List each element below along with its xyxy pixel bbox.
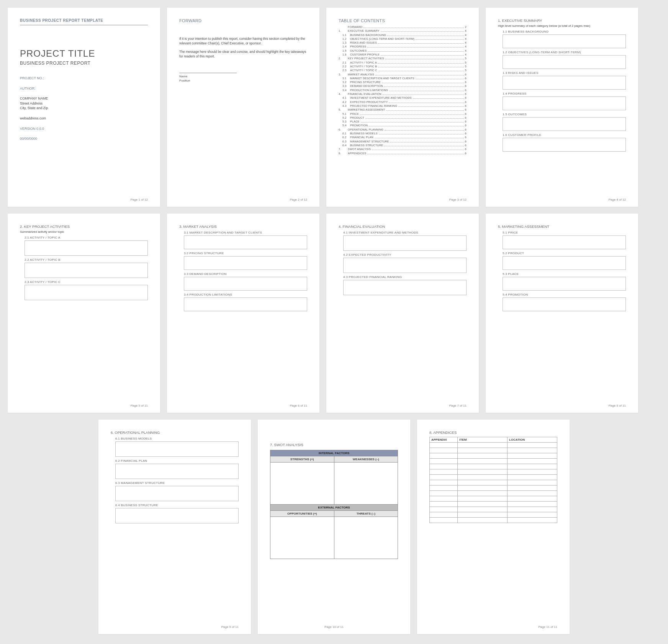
toc-row: 3.MARKET ANALYSIS6: [339, 73, 467, 76]
table-row: [430, 448, 557, 453]
toc-text: PRODUCTION LIMITATIONS: [350, 88, 388, 92]
doc-header: BUSINESS PROJECT REPORT TEMPLATE: [20, 18, 148, 23]
operational-heading: 6. OPERATIONAL PLANNING: [111, 430, 239, 435]
toc-dots: [383, 95, 464, 95]
toc-dots: [389, 103, 463, 103]
swot-weaknesses: WEAKNESSES (–): [334, 456, 398, 463]
swot-opportunities: OPPORTUNITIES (+): [270, 511, 334, 517]
project-no: PROJECT NO.:: [20, 76, 148, 81]
input-box: [343, 235, 467, 251]
toc-num: 6.: [339, 128, 348, 131]
col-appendix: APPENDIX: [430, 437, 458, 443]
toc-text: INVESTMENT EXPENDITURE AND METHODS: [350, 96, 412, 100]
financial-eval-subs: 4.1 INVESTMENT EXPENDITURE AND METHODS4.…: [339, 231, 467, 295]
subsection-title: 3.2 PRICING STRUCTURE: [184, 252, 307, 255]
toc-num: 3.: [339, 73, 348, 76]
toc-text: PROGRESS: [350, 45, 366, 48]
toc-row: 5.MARKETING ASSESSMENT6: [339, 108, 467, 111]
table-header-row: APPENDIX ITEM LOCATION: [430, 437, 557, 443]
toc-text: PRICE: [350, 112, 359, 116]
toc-row: 6.OPERATIONAL PLANNING6: [339, 128, 467, 131]
page-footer: Page 11 of 11: [429, 625, 557, 629]
col-location: LOCATION: [508, 437, 557, 443]
table-row: [430, 502, 557, 507]
input-box: [115, 486, 239, 501]
toc-row: 1.3RISKS AND ISSUES4: [339, 41, 467, 44]
toc-num: 8.: [339, 152, 348, 155]
toc-text: OUTCOMES: [350, 49, 367, 52]
toc-page: 6: [465, 140, 467, 143]
toc-text: APPENDICES: [348, 152, 366, 155]
subsection-title: 6.1 BUSINESS MODELS: [115, 437, 239, 440]
subsection-title: 3.4 PRODUCTION LIMITATIONS: [184, 293, 307, 296]
toc-text: PROMOTION: [350, 124, 368, 127]
subsection-title: 4.2 EXPECTED PRODUCTIVITY: [343, 253, 467, 257]
toc-num: 6.2: [339, 136, 350, 139]
page-8: 5. MARKETING ASSESSMENT 5.1 PRICE5.2 PRO…: [486, 214, 638, 413]
toc-text: MARKETING ASSESSMENT: [348, 108, 385, 111]
toc-dots: [375, 75, 464, 75]
toc-page: 6: [465, 88, 467, 92]
toc-text: RISKS AND ISSUES: [350, 41, 377, 44]
input-box: [503, 138, 626, 152]
toc-row: 4.2EXPECTED PRODUCTIVITY6: [339, 100, 467, 104]
subsection-title: 3.1 MARKET DESCRIPTION AND TARGET CLIENT…: [184, 231, 307, 234]
toc-row: 3.4PRODUCTION LIMITATIONS6: [339, 88, 467, 92]
subsection-title: 6.2 FINANCIAL PLAN: [115, 459, 239, 463]
toc-num: 2.1: [339, 61, 350, 64]
toc-text: PROJECTED FINANCIAL RANKING: [350, 104, 397, 108]
toc-num: 5.4: [339, 124, 350, 127]
toc-num: 5.3: [339, 120, 350, 123]
key-activities-caption: Summarized activity and/or topic: [20, 230, 148, 234]
project-subtitle: BUSINESS PROJECT REPORT: [20, 60, 148, 66]
toc-dots: [369, 126, 464, 126]
toc-page: 6: [465, 100, 467, 104]
toc-dots: [365, 118, 464, 119]
toc-dots: [416, 79, 464, 79]
toc-row: 2.3ACTIVITY / TOPIC C5: [339, 69, 467, 72]
toc-text: BUSINESS BACKGROUND: [350, 33, 386, 37]
toc-text: PRICING STRUCTURE: [350, 80, 381, 84]
company-name: COMPANY NAME: [20, 96, 148, 101]
table-row: [430, 459, 557, 464]
toc-row: 5.3PLACE6: [339, 120, 467, 123]
input-box: [115, 441, 239, 457]
input-box: [25, 240, 148, 256]
input-box: [343, 280, 467, 295]
toc-page: 4: [465, 53, 467, 56]
toc-dots: [378, 43, 464, 44]
forward-heading: FORWARD: [179, 18, 307, 23]
toc-dots: [385, 130, 464, 131]
toc-num: 3.3: [339, 84, 350, 88]
subsection-title: 5.4 PROMOTION: [503, 293, 626, 296]
input-box: [503, 96, 626, 110]
toc-dots: [387, 36, 464, 36]
toc-page: 6: [465, 73, 467, 76]
toc-page: 5: [465, 57, 467, 60]
toc-row: 6.3MANAGEMENT STRUCTURE6: [339, 140, 467, 143]
toc-dots: [367, 154, 463, 154]
toc-num: 1.6: [339, 53, 350, 56]
toc-row: 2.2ACTIVITY / TOPIC B5: [339, 65, 467, 68]
exec-subsections: 1.1 BUSINESS BACKGROUND1.2 OBJECTIVES (L…: [498, 30, 626, 152]
toc-page: 4: [465, 49, 467, 52]
toc-text: ACTIVITY / TOPIC C: [350, 69, 377, 72]
subsection-title: 2.2 ACTIVITY / TOPIC B: [25, 258, 148, 262]
web: webaddress.com: [20, 116, 148, 121]
toc-num: 4.: [339, 92, 348, 96]
page-11: 8. APPENDICES APPENDIX ITEM LOCATION Pag…: [417, 420, 570, 634]
version: VERSION 0.0.0: [20, 126, 148, 131]
swot-cell: [334, 517, 398, 559]
date: 00/00/0000: [20, 136, 148, 141]
page-footer: Page 2 of 12: [179, 198, 307, 201]
operational-subs: 6.1 BUSINESS MODELS6.2 FINANCIAL PLAN6.3…: [111, 437, 239, 523]
toc-dots: [381, 55, 464, 56]
toc-num: 1.1: [339, 33, 350, 37]
table-row: [430, 480, 557, 485]
key-activities-heading: 2. KEY PROJECT ACTIVITIES: [20, 224, 148, 229]
toc-text: FINANCIAL PLAN: [350, 136, 373, 139]
toc-row: 6.1BUSINESS MODELS6: [339, 132, 467, 135]
input-box: [503, 76, 626, 90]
input-box: [115, 508, 239, 523]
table-row: [430, 475, 557, 480]
